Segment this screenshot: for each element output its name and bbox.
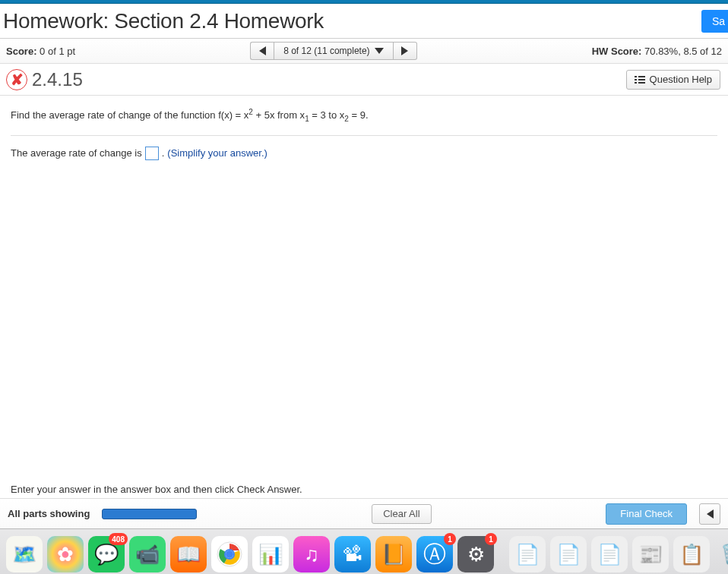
- dock-file-icon[interactable]: 📋: [673, 536, 710, 572]
- dock-file-icon[interactable]: 📄: [509, 536, 546, 572]
- nav-position-label: 8 of 12 (11 complete): [283, 46, 369, 56]
- dock-file-icon[interactable]: 📄: [550, 536, 587, 572]
- next-question-button[interactable]: [394, 42, 417, 60]
- svg-rect-2: [635, 79, 637, 80]
- dock-file-icon[interactable]: 📰: [632, 536, 669, 572]
- progress-bar: [102, 509, 197, 519]
- dock-file-icon[interactable]: 📄: [591, 536, 628, 572]
- collapse-button[interactable]: [699, 503, 720, 525]
- hw-score-label: HW Score:: [592, 46, 642, 57]
- clear-all-button[interactable]: Clear All: [372, 504, 431, 524]
- score-label: Score:: [6, 46, 36, 57]
- hw-score-value: 70.83%, 8.5 of 12: [644, 46, 722, 57]
- svg-rect-5: [638, 82, 645, 84]
- svg-rect-0: [635, 76, 637, 77]
- svg-point-10: [226, 550, 233, 558]
- instruction-text: Enter your answer in the answer box and …: [11, 484, 302, 495]
- page-title: Homework: Section 2.4 Homework: [3, 9, 324, 33]
- badge: 408: [109, 533, 128, 545]
- svg-rect-3: [638, 79, 645, 80]
- question-number: 2.4.15: [32, 69, 83, 90]
- chevron-down-icon: [375, 48, 384, 54]
- question-help-button[interactable]: Question Help: [626, 70, 720, 90]
- books-app-icon[interactable]: 📙: [375, 536, 412, 572]
- trash-icon[interactable]: 🗑️: [714, 536, 728, 572]
- svg-rect-1: [638, 76, 645, 77]
- facetime-app-icon[interactable]: 📹: [129, 536, 166, 572]
- save-button[interactable]: Sa: [701, 10, 728, 33]
- macos-dock: 🗺️ ✿ 💬408 📹 📖 📊 ♫ 📽 📙 Ⓐ1 ⚙1 📄 📄 📄 📰 📋 🗑️: [0, 528, 728, 574]
- chevron-left-icon: [707, 509, 714, 519]
- messages-app-icon[interactable]: 💬408: [88, 536, 125, 572]
- incorrect-icon: ✘: [6, 69, 27, 90]
- answer-hint: (Simplify your answer.): [167, 147, 267, 159]
- keynote-app-icon[interactable]: 📽: [334, 536, 371, 572]
- answer-input[interactable]: [145, 147, 159, 160]
- chrome-app-icon[interactable]: [211, 536, 248, 572]
- settings-app-icon[interactable]: ⚙1: [457, 536, 494, 572]
- prev-question-button[interactable]: [250, 42, 274, 60]
- itunes-app-icon[interactable]: ♫: [293, 536, 330, 572]
- final-check-button[interactable]: Final Check: [606, 503, 687, 525]
- question-help-label: Question Help: [650, 74, 712, 85]
- chevron-left-icon: [259, 46, 266, 55]
- ibooks-app-icon[interactable]: 📖: [170, 536, 207, 572]
- svg-rect-4: [635, 82, 637, 84]
- question-selector-dropdown[interactable]: 8 of 12 (11 complete): [274, 42, 393, 60]
- list-icon: [635, 76, 645, 84]
- problem-text: Find the average rate of change of the f…: [11, 106, 717, 136]
- appstore-app-icon[interactable]: Ⓐ1: [416, 536, 453, 572]
- badge: 1: [485, 533, 497, 545]
- score-bar: Score: 0 of 1 pt 8 of 12 (11 complete) H…: [0, 39, 728, 64]
- badge: 1: [444, 533, 456, 545]
- answer-label: The average rate of change is: [11, 147, 142, 159]
- chevron-right-icon: [401, 46, 408, 55]
- maps-app-icon[interactable]: 🗺️: [6, 536, 43, 572]
- parts-showing-label: All parts showing: [8, 508, 90, 519]
- photos-app-icon[interactable]: ✿: [47, 536, 84, 572]
- numbers-app-icon[interactable]: 📊: [252, 536, 289, 572]
- score-value: 0 of 1 pt: [40, 46, 75, 57]
